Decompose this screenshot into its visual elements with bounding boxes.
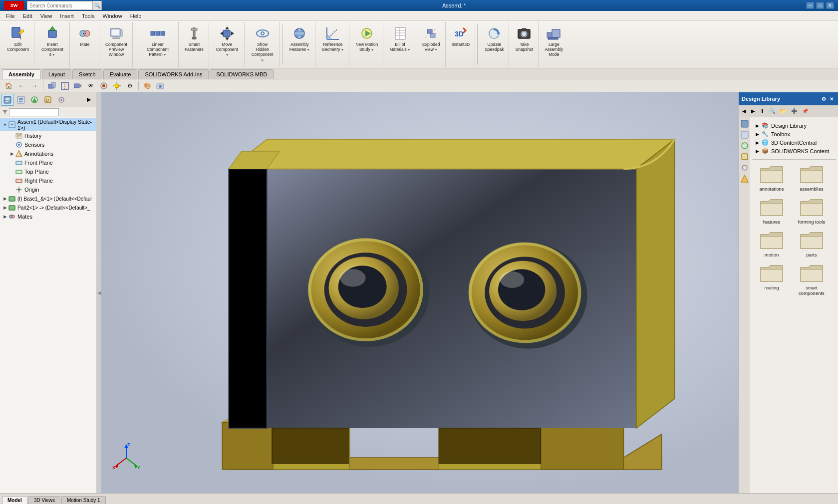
tree-base1[interactable]: ▶ (f) Base1_&<1> (Default<<Defaul [0,194,96,203]
linear-component-pattern-button[interactable]: Linear ComponentPattern▼ [140,24,175,59]
nav-folder-button[interactable]: 📁 [779,108,788,114]
mate-button[interactable]: Mate [74,24,96,48]
tree-right-plane[interactable]: Right Plane [0,176,96,185]
restore-button[interactable]: □ [816,2,824,9]
tab-layout[interactable]: Layout [42,69,71,79]
folder-annotations[interactable]: annotations [752,162,792,195]
tab-assembly[interactable]: Assembly [2,69,41,79]
nav-forward-button[interactable]: ▶ [750,108,757,114]
move-component-button[interactable]: MoveComponent▼ [213,24,241,59]
menu-help[interactable]: Help [126,12,146,20]
tab-sketch[interactable]: Sketch [72,69,102,79]
part2-expand[interactable]: ▶ [2,205,8,211]
configuration-manager-tab[interactable] [28,94,41,106]
view-settings-button[interactable]: ⚙ [124,81,135,91]
new-motion-study-button[interactable]: New MotionStudy▼ [353,24,380,54]
rp-icon-5[interactable] [740,163,749,172]
tree-root[interactable]: ▼ Assem1 (Default<Display State-1>) [0,118,96,131]
search-icon[interactable]: 🔍 [92,1,101,10]
menu-tools[interactable]: Tools [78,12,99,20]
menu-edit[interactable]: Edit [19,12,36,20]
insert-components-button[interactable]: InsertComponents▼ [38,24,66,59]
dmanager-tab[interactable]: D [41,94,54,106]
property-manager-tab[interactable] [14,94,27,106]
tree-design-library[interactable]: ▶ 📚 Design Library [754,121,834,130]
annotations-expand[interactable]: ▶ [9,151,15,157]
close-button[interactable]: ✕ [826,2,834,9]
rp-icon-4[interactable] [740,152,749,161]
menu-window[interactable]: Window [99,12,126,20]
nav-up-button[interactable]: ⬆ [759,108,766,114]
tree-front-plane[interactable]: Front Plane [0,158,96,167]
assembly-features-button[interactable]: AssemblyFeatures▼ [287,24,312,54]
tree-3d-content-central[interactable]: ▶ 🌐 3D ContentCentral [754,138,834,147]
instant3d-button[interactable]: 3D Instant3D [450,24,472,48]
view-next-button[interactable]: → [29,81,40,91]
tree-origin[interactable]: Origin [0,185,96,194]
folder-forming-tools[interactable]: forming tools [792,195,832,228]
folder-smart-components[interactable]: smart components [792,260,832,299]
view-home-button[interactable]: 🏠 [3,81,14,91]
smart-fasteners-button[interactable]: SmartFasteners [183,24,206,53]
tab-addins[interactable]: SOLIDWORKS Add-Ins [138,69,209,79]
bill-of-materials-button[interactable]: Bill ofMaterials▼ [387,24,412,54]
rp-icon-3[interactable] [740,141,749,150]
hide-show-items-button[interactable]: 👁 [85,81,96,91]
tab-motion-study-1[interactable]: Motion Study 1 [61,496,106,504]
menu-view[interactable]: View [36,12,56,20]
tab-3d-views[interactable]: 3D Views [28,496,60,504]
minimize-button[interactable]: ─ [806,2,814,9]
root-expand[interactable]: ▼ [2,122,8,128]
nav-add-button[interactable]: ➕ [790,108,799,114]
tree-sensors[interactable]: Sensors [0,140,96,149]
folder-routing[interactable]: routing [752,260,792,299]
nav-pin-button[interactable]: 📌 [801,108,810,114]
tree-solidworks-content[interactable]: ▶ 📦 SOLIDWORKS Content [754,147,834,155]
search-input[interactable] [27,2,92,9]
nav-back-button[interactable]: ◀ [741,108,748,114]
rp-icon-6[interactable] [740,174,749,183]
mates-expand[interactable]: ▶ [2,214,8,220]
exploded-view-button[interactable]: ExplodedView▼ [420,24,442,54]
expand-panel-button[interactable]: ▶ [82,94,95,106]
panel-close-button[interactable]: ✕ [828,95,835,102]
folder-parts[interactable]: parts [792,228,832,260]
display-style-button[interactable] [72,81,83,91]
show-hidden-components-button[interactable]: ShowHiddenComponents [249,24,277,64]
section-view-button[interactable] [59,81,70,91]
rp-icon-1[interactable] [740,119,749,128]
display-manager-tab[interactable] [55,94,68,106]
panel-collapse-handle[interactable]: ◀ [97,92,101,493]
folder-assemblies[interactable]: assemblies [792,162,832,195]
view-previous-button[interactable]: ← [16,81,27,91]
tab-model[interactable]: Model [2,496,27,504]
edit-appearance-button[interactable] [98,81,109,91]
edit-component-button[interactable]: EditComponent [5,24,31,53]
tree-top-plane[interactable]: Top Plane [0,167,96,176]
search-bar[interactable]: 🔍 [27,1,102,10]
apply-scene-button[interactable]: 🎨 [142,81,153,91]
filter-input[interactable] [9,108,59,116]
base1-expand[interactable]: ▶ [2,196,8,202]
menu-insert[interactable]: Insert [56,12,78,20]
update-speedpak-button[interactable]: UpdateSpeedpak [483,24,506,53]
menu-file[interactable]: File [2,12,19,20]
component-preview-button[interactable]: ComponentPreviewWindow [103,24,129,59]
view-orient-button[interactable] [46,81,57,91]
nav-search-button[interactable]: 🔍 [768,108,777,114]
tab-evaluate[interactable]: Evaluate [103,69,138,79]
tab-mbd[interactable]: SOLIDWORKS MBD [210,69,274,79]
panel-settings-button[interactable]: ⚙ [820,95,827,102]
tree-mates[interactable]: ▶ Mates [0,212,96,221]
take-snapshot-button[interactable]: TakeSnapshot [513,24,535,53]
folder-features[interactable]: features [752,195,792,228]
realview-button[interactable] [155,81,166,91]
tree-part2[interactable]: ▶ Part2<1> -> (Default<<Default>_ [0,203,96,212]
tree-annotations[interactable]: ▶ A Annotations [0,149,96,158]
reference-geometry-button[interactable]: ReferenceGeometry▼ [319,24,346,54]
rp-icon-2[interactable] [740,130,749,139]
folder-motion[interactable]: motion [752,228,792,260]
scenes-lights-button[interactable] [111,81,122,91]
3d-viewport[interactable]: Z Y X [101,92,738,493]
feature-tree-tab[interactable] [1,94,14,106]
